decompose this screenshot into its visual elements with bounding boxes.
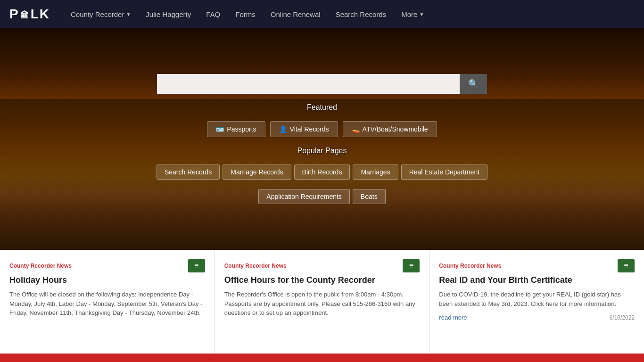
search-bar: 🔍 xyxy=(157,74,487,94)
news-title-3: Real ID and Your Birth Certificate xyxy=(439,275,635,285)
passports-label: Passports xyxy=(227,125,256,133)
popular-birth-records-label: Birth Records xyxy=(302,168,342,176)
news-icon-3: ≡ xyxy=(618,259,635,272)
popular-birth-records[interactable]: Birth Records xyxy=(294,165,350,180)
popular-app-requirements-label: Application Requirements xyxy=(266,193,342,200)
julie-link[interactable]: Julie Haggerty xyxy=(139,7,198,22)
popular-search-records[interactable]: Search Records xyxy=(157,165,220,180)
atv-label: ATV/Boat/Snowmobile xyxy=(363,125,428,133)
search-input[interactable] xyxy=(157,74,460,94)
news-date-3: 6/10/2022 xyxy=(610,314,635,321)
news-category-label-2: County Recorder News xyxy=(224,263,287,269)
article-icon-3: ≡ xyxy=(624,262,628,270)
county-recorder-link[interactable]: County Recorder ▼ xyxy=(64,7,137,22)
online-renewal-link[interactable]: Online Renewal xyxy=(264,7,327,22)
forms-link[interactable]: Forms xyxy=(229,7,262,22)
popular-marriages-label: Marriages xyxy=(361,168,390,176)
passports-link[interactable]: 🪪 Passports xyxy=(207,121,265,137)
news-card-2: County Recorder News ≡ Office Hours for … xyxy=(215,250,430,354)
news-body-1: The Office will be closed on the followi… xyxy=(9,290,205,318)
popular-marriage-records-label: Marriage Records xyxy=(231,168,283,176)
nav-links: County Recorder ▼ Julie Haggerty FAQ For… xyxy=(64,7,430,22)
hero-content: 🔍 Featured 🪪 Passports 👤 Vital Records 🚤… xyxy=(0,65,644,214)
news-icon-2: ≡ xyxy=(403,259,420,272)
popular-marriages[interactable]: Marriages xyxy=(353,165,398,180)
search-icon: 🔍 xyxy=(468,79,479,89)
search-records-label: Search Records xyxy=(336,10,387,18)
atv-link[interactable]: 🚤 ATV/Boat/Snowmobile xyxy=(343,121,437,137)
nav-item-julie[interactable]: Julie Haggerty xyxy=(139,7,198,22)
article-icon-1: ≡ xyxy=(194,262,198,270)
news-icon-1: ≡ xyxy=(188,259,205,272)
vital-records-link[interactable]: 👤 Vital Records xyxy=(270,121,338,137)
popular-label: Popular Pages xyxy=(297,147,347,155)
news-body-3: Due to COVID-19, the deadline to get you… xyxy=(439,290,635,308)
news-card-3: County Recorder News ≡ Real ID and Your … xyxy=(429,250,644,354)
julie-label: Julie Haggerty xyxy=(146,10,191,18)
bottom-banner: We are open to the public 8:00am - 4:30p… xyxy=(0,354,644,362)
faq-link[interactable]: FAQ xyxy=(199,7,227,22)
nav-item-faq[interactable]: FAQ xyxy=(199,7,227,22)
news-body-2: The Recorder's Office is open to the pub… xyxy=(224,290,420,318)
popular-app-requirements[interactable]: Application Requirements xyxy=(258,189,350,204)
vital-records-label: Vital Records xyxy=(290,125,329,133)
popular-boats-label: Boats xyxy=(361,193,378,200)
nav-item-county-recorder[interactable]: County Recorder ▼ xyxy=(64,7,137,22)
atv-icon: 🚤 xyxy=(352,125,360,133)
news-category-label-3: County Recorder News xyxy=(439,263,501,269)
news-section: County Recorder News ≡ Holiday Hours The… xyxy=(0,250,644,354)
popular-links-row1: Search Records Marriage Records Birth Re… xyxy=(157,165,487,180)
logo-icon: 🏛 xyxy=(20,11,30,20)
nav-item-forms[interactable]: Forms xyxy=(229,7,262,22)
news-category-1: County Recorder News ≡ xyxy=(9,259,205,272)
popular-links-row2: Application Requirements Boats xyxy=(258,189,385,204)
site-logo[interactable]: P🏛LK xyxy=(9,7,50,22)
more-chevron-icon: ▼ xyxy=(419,12,424,17)
nav-item-more[interactable]: More ▼ xyxy=(395,7,430,22)
search-button[interactable]: 🔍 xyxy=(460,74,487,94)
read-more-link[interactable]: read more xyxy=(439,314,467,321)
faq-label: FAQ xyxy=(206,10,220,18)
news-category-3: County Recorder News ≡ xyxy=(439,259,635,272)
popular-real-estate[interactable]: Real Estate Department xyxy=(401,165,487,180)
nav-item-search-records[interactable]: Search Records xyxy=(329,7,393,22)
popular-marriage-records[interactable]: Marriage Records xyxy=(223,165,291,180)
navbar: P🏛LK County Recorder ▼ Julie Haggerty FA… xyxy=(0,0,644,28)
passports-icon: 🪪 xyxy=(216,125,224,133)
nav-item-online-renewal[interactable]: Online Renewal xyxy=(264,7,327,22)
article-icon-2: ≡ xyxy=(409,262,413,270)
featured-label: Featured xyxy=(307,103,337,112)
chevron-down-icon: ▼ xyxy=(126,12,131,17)
news-card-1: County Recorder News ≡ Holiday Hours The… xyxy=(0,250,215,354)
news-category-2: County Recorder News ≡ xyxy=(224,259,420,272)
news-footer-3: read more 6/10/2022 xyxy=(439,314,635,321)
news-title-1: Holiday Hours xyxy=(9,275,205,285)
featured-links: 🪪 Passports 👤 Vital Records 🚤 ATV/Boat/S… xyxy=(207,121,437,137)
online-renewal-label: Online Renewal xyxy=(271,10,321,18)
search-records-link[interactable]: Search Records xyxy=(329,7,393,22)
hero-section: 🔍 Featured 🪪 Passports 👤 Vital Records 🚤… xyxy=(0,28,644,250)
county-recorder-label: County Recorder xyxy=(71,10,124,18)
popular-real-estate-label: Real Estate Department xyxy=(409,168,479,176)
forms-label: Forms xyxy=(235,10,256,18)
more-link[interactable]: More ▼ xyxy=(395,7,430,22)
logo-text: P🏛LK xyxy=(9,7,50,22)
popular-search-records-label: Search Records xyxy=(165,168,212,176)
news-category-label-1: County Recorder News xyxy=(9,263,72,269)
popular-boats[interactable]: Boats xyxy=(353,189,386,204)
more-label: More xyxy=(401,10,417,18)
news-title-2: Office Hours for the County Recorder xyxy=(224,275,420,285)
vital-records-icon: 👤 xyxy=(279,125,287,133)
